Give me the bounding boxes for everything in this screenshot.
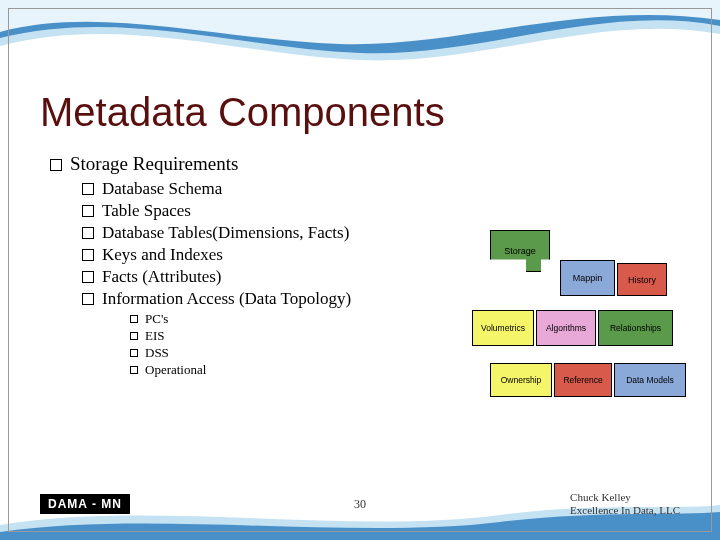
puzzle-piece-storage: Storage [490,230,550,272]
puzzle-piece-reference: Reference [554,363,612,397]
section-text: Storage Requirements [70,153,238,174]
page-number: 30 [354,497,366,512]
puzzle-piece-history: History [617,263,667,296]
puzzle-piece-mapping: Mappin [560,260,615,296]
puzzle-piece-algorithms: Algorithms [536,310,596,346]
puzzle-piece-relationships: Relationships [598,310,673,346]
puzzle-piece-datamodels: Data Models [614,363,686,397]
section-heading: Storage Requirements [50,153,680,175]
author-org: Excellence In Data, LLC [570,504,680,518]
slide-title: Metadata Components [40,90,680,135]
footer: DAMA - MN 30 Chuck Kelley Excellence In … [0,491,720,519]
author-name: Chuck Kelley [570,491,680,505]
dama-logo: DAMA - MN [40,494,130,514]
bullet-item: Database Schema [82,179,680,199]
puzzle-diagram: Storage Mappin History Volumetrics Algor… [440,215,720,415]
puzzle-piece-volumetrics: Volumetrics [472,310,534,346]
puzzle-piece-ownership: Ownership [490,363,552,397]
attribution: Chuck Kelley Excellence In Data, LLC [570,491,680,519]
